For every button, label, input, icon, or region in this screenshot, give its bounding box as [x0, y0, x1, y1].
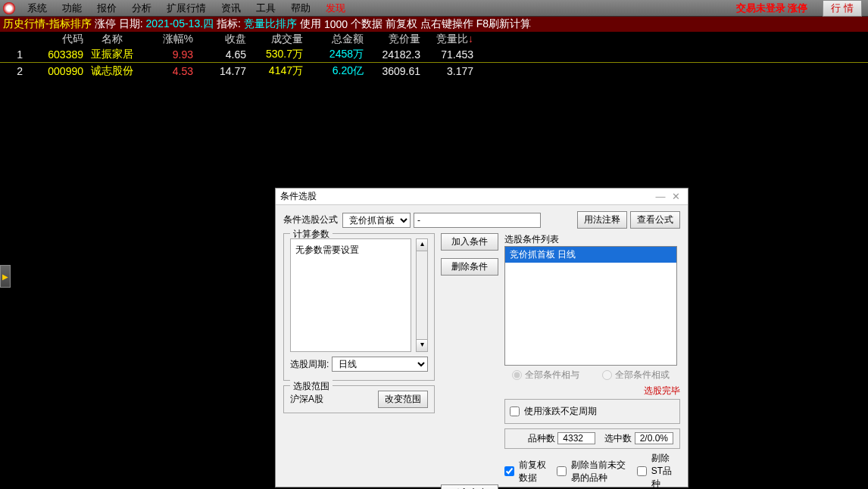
col-code[interactable]: 代码: [23, 33, 83, 46]
app-logo-icon: [3, 2, 15, 14]
col-pct[interactable]: 涨幅%: [140, 33, 193, 46]
params-textarea: 无参数需要设置: [290, 238, 411, 352]
col-vol[interactable]: 成交量: [246, 33, 303, 46]
expand-left-icon[interactable]: ▶: [0, 265, 11, 288]
exclude-notrade-check[interactable]: [557, 466, 567, 476]
condition-list-label: 选股条件列表: [504, 233, 680, 246]
table-header: 代码 名称 涨幅% 收盘 成交量 总金额 竞价量 竞量比↓: [0, 32, 868, 47]
info-use-label: 使用: [300, 17, 321, 31]
row-code: 000990: [23, 65, 83, 77]
minimize-icon[interactable]: —: [653, 191, 668, 202]
list-item[interactable]: 竞价抓首板 日线: [505, 247, 676, 263]
params-scrollbar[interactable]: ▴ ▾: [416, 238, 428, 352]
menu-function[interactable]: 功能: [55, 0, 89, 17]
formula-select[interactable]: 竞价抓首板: [342, 213, 411, 228]
login-status: 交易未登录 涨停: [736, 2, 808, 15]
menu-discover[interactable]: 发现: [318, 0, 353, 17]
info-tail: 个数据 前复权 点右键操作 F8刷新计算: [351, 17, 531, 31]
row-bidr: 71.453: [420, 48, 473, 61]
quote-button[interactable]: 行 情: [823, 0, 862, 17]
formula-label: 条件选股公式: [283, 213, 338, 226]
period-select[interactable]: 日线: [332, 357, 428, 372]
row-index: 1: [8, 48, 23, 61]
table-row[interactable]: 2 000990 诚志股份 4.53 14.77 4147万 6.20亿 360…: [0, 63, 868, 79]
exclude-st-check[interactable]: [637, 466, 647, 476]
condition-listbox[interactable]: 竞价抓首板 日线: [504, 246, 677, 366]
info-date-value: 2021-05-13.四: [146, 17, 214, 31]
dialog-titlebar[interactable]: 条件选股 — ✕: [276, 188, 688, 205]
menu-analysis[interactable]: 分析: [124, 0, 159, 17]
row-bidr: 3.177: [420, 65, 473, 77]
total-count: 4332: [557, 432, 595, 444]
info-stop: 涨停: [95, 17, 116, 31]
use-period-label: 使用涨跌不定周期: [524, 405, 597, 418]
menu-extended[interactable]: 扩展行情: [159, 0, 214, 17]
close-icon[interactable]: ✕: [668, 191, 683, 202]
usage-button[interactable]: 用法注释: [577, 211, 627, 229]
radio-or[interactable]: 全部条件相或: [602, 369, 670, 382]
col-bidp[interactable]: 竞价量: [364, 33, 420, 46]
range-legend: 选股范围: [290, 380, 333, 393]
info-count: 1000: [324, 18, 348, 30]
info-indicator-value: 竞量比排序: [244, 17, 297, 31]
period-label: 选股周期:: [290, 358, 329, 371]
table-row[interactable]: 1 603389 亚振家居 9.93 4.65 530.7万 2458万 241…: [0, 47, 868, 63]
row-vol: 4147万: [246, 64, 303, 78]
row-name: 亚振家居: [83, 48, 140, 61]
menu-tools[interactable]: 工具: [248, 0, 283, 17]
row-amt: 2458万: [303, 48, 364, 61]
dialog-title-text: 条件选股: [280, 190, 653, 203]
scroll-up-icon[interactable]: ▴: [417, 239, 427, 251]
scroll-down-icon[interactable]: ▾: [417, 339, 427, 351]
row-bidp: 24182.3: [364, 48, 420, 61]
count-box: 品种数 4332 选中数 2/0.0%: [504, 428, 680, 449]
range-text: 沪深A股: [290, 393, 323, 406]
import-plan-button[interactable]: 引入方案: [441, 484, 498, 489]
selection-done-text: 选股完毕: [644, 385, 680, 396]
col-bidr[interactable]: 竞量比↓: [420, 33, 473, 46]
row-index: 2: [8, 65, 23, 77]
stock-table: 代码 名称 涨幅% 收盘 成交量 总金额 竞价量 竞量比↓ 1 603389 亚…: [0, 32, 868, 79]
fq-check[interactable]: [504, 466, 514, 476]
delete-condition-button[interactable]: 删除条件: [441, 258, 498, 276]
row-close: 14.77: [193, 65, 246, 77]
radio-and[interactable]: 全部条件相与: [512, 369, 579, 382]
menubar: 系统 功能 报价 分析 扩展行情 资讯 工具 帮助 发现 交易未登录 涨停 行 …: [0, 0, 868, 17]
info-title: 历史行情-指标排序: [3, 17, 92, 31]
menu-news[interactable]: 资讯: [214, 0, 248, 17]
col-name[interactable]: 名称: [83, 33, 140, 46]
view-formula-button[interactable]: 查看公式: [630, 211, 680, 229]
row-pct: 9.93: [140, 48, 193, 61]
stock-filter-dialog: 条件选股 — ✕ 条件选股公式 竞价抓首板 用法注释 查看公式 计算参数 无参数…: [275, 188, 688, 487]
change-range-button[interactable]: 改变范围: [378, 391, 428, 408]
selected-count: 2/0.0%: [635, 432, 673, 444]
row-close: 4.65: [193, 48, 246, 61]
col-amt[interactable]: 总金额: [303, 33, 364, 46]
info-bar: 历史行情-指标排序 涨停 日期: 2021-05-13.四 指标: 竞量比排序 …: [0, 17, 868, 32]
menu-help[interactable]: 帮助: [283, 0, 318, 17]
info-indicator-label: 指标:: [217, 17, 241, 31]
menu-quote[interactable]: 报价: [89, 0, 124, 17]
row-vol: 530.7万: [246, 48, 303, 61]
sort-down-icon: ↓: [468, 33, 473, 45]
row-pct: 4.53: [140, 65, 193, 77]
col-close[interactable]: 收盘: [193, 33, 246, 46]
row-code: 603389: [23, 48, 83, 61]
add-condition-button[interactable]: 加入条件: [441, 233, 498, 251]
use-period-check[interactable]: [510, 406, 520, 416]
row-name: 诚志股份: [83, 64, 140, 78]
menu-system[interactable]: 系统: [20, 0, 55, 17]
row-bidp: 3609.61: [364, 65, 420, 77]
row-amt: 6.20亿: [303, 64, 364, 78]
info-date-label: 日期:: [119, 17, 143, 31]
formula-desc-input[interactable]: [414, 213, 541, 228]
